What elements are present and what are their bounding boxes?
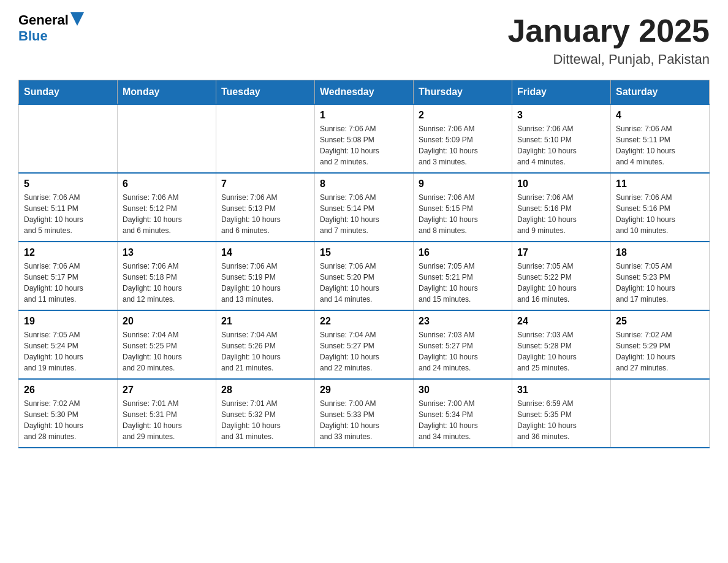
col-friday: Friday: [512, 80, 611, 105]
day-number: 1: [320, 110, 408, 121]
day-number: 28: [221, 385, 309, 396]
day-info: Sunrise: 7:01 AMSunset: 5:31 PMDaylight:…: [123, 398, 211, 442]
page-header: General Blue January 2025 Dittewal, Punj…: [18, 12, 710, 67]
logo-triangle-icon: [70, 12, 84, 26]
day-number: 8: [320, 178, 408, 190]
day-number: 21: [221, 316, 309, 327]
day-number: 7: [221, 178, 309, 190]
day-info: Sunrise: 7:00 AMSunset: 5:33 PMDaylight:…: [320, 398, 408, 442]
day-number: 20: [123, 316, 211, 327]
day-number: 14: [221, 247, 309, 258]
day-number: 15: [320, 247, 408, 258]
day-number: 12: [24, 247, 112, 258]
calendar-cell: 21Sunrise: 7:04 AMSunset: 5:26 PMDayligh…: [216, 310, 315, 379]
calendar-cell: 26Sunrise: 7:02 AMSunset: 5:30 PMDayligh…: [19, 379, 118, 448]
day-info: Sunrise: 7:06 AMSunset: 5:20 PMDaylight:…: [320, 261, 408, 305]
day-info: Sunrise: 7:06 AMSunset: 5:13 PMDaylight:…: [221, 192, 309, 236]
calendar-cell: 14Sunrise: 7:06 AMSunset: 5:19 PMDayligh…: [216, 242, 315, 310]
day-number: 11: [616, 178, 704, 190]
week-row-1: 1Sunrise: 7:06 AMSunset: 5:08 PMDaylight…: [19, 104, 710, 173]
col-wednesday: Wednesday: [315, 80, 414, 105]
calendar-cell: 15Sunrise: 7:06 AMSunset: 5:20 PMDayligh…: [315, 242, 414, 310]
calendar-cell: 11Sunrise: 7:06 AMSunset: 5:16 PMDayligh…: [611, 173, 710, 242]
calendar-cell: 17Sunrise: 7:05 AMSunset: 5:22 PMDayligh…: [512, 242, 611, 310]
day-number: 4: [616, 110, 704, 121]
calendar-cell: [611, 379, 710, 448]
calendar-table: Sunday Monday Tuesday Wednesday Thursday…: [18, 80, 710, 448]
week-row-2: 5Sunrise: 7:06 AMSunset: 5:11 PMDaylight…: [19, 173, 710, 242]
day-number: 18: [616, 247, 704, 258]
title-section: January 2025 Dittewal, Punjab, Pakistan: [507, 12, 710, 67]
day-number: 9: [419, 178, 507, 190]
calendar-cell: 9Sunrise: 7:06 AMSunset: 5:15 PMDaylight…: [414, 173, 512, 242]
calendar-cell: 29Sunrise: 7:00 AMSunset: 5:33 PMDayligh…: [315, 379, 414, 448]
col-tuesday: Tuesday: [216, 80, 315, 105]
day-number: 3: [517, 110, 605, 121]
day-number: 19: [24, 316, 112, 327]
calendar-cell: 2Sunrise: 7:06 AMSunset: 5:09 PMDaylight…: [414, 104, 512, 173]
day-info: Sunrise: 7:06 AMSunset: 5:18 PMDaylight:…: [123, 261, 211, 305]
calendar-cell: 1Sunrise: 7:06 AMSunset: 5:08 PMDaylight…: [315, 104, 414, 173]
day-info: Sunrise: 7:06 AMSunset: 5:16 PMDaylight:…: [616, 192, 704, 236]
day-info: Sunrise: 7:04 AMSunset: 5:27 PMDaylight:…: [320, 329, 408, 373]
calendar-cell: 6Sunrise: 7:06 AMSunset: 5:12 PMDaylight…: [118, 173, 216, 242]
day-number: 5: [24, 178, 112, 190]
calendar-cell: 28Sunrise: 7:01 AMSunset: 5:32 PMDayligh…: [216, 379, 315, 448]
day-info: Sunrise: 7:04 AMSunset: 5:26 PMDaylight:…: [221, 329, 309, 373]
day-number: 26: [24, 385, 112, 396]
calendar-cell: 12Sunrise: 7:06 AMSunset: 5:17 PMDayligh…: [19, 242, 118, 310]
day-number: 10: [517, 178, 605, 190]
day-number: 27: [123, 385, 211, 396]
day-info: Sunrise: 7:01 AMSunset: 5:32 PMDaylight:…: [221, 398, 309, 442]
calendar-cell: 13Sunrise: 7:06 AMSunset: 5:18 PMDayligh…: [118, 242, 216, 310]
day-info: Sunrise: 7:06 AMSunset: 5:11 PMDaylight:…: [24, 192, 112, 236]
day-number: 29: [320, 385, 408, 396]
day-number: 13: [123, 247, 211, 258]
month-title: January 2025: [507, 12, 710, 49]
logo: General Blue: [18, 12, 84, 44]
day-number: 22: [320, 316, 408, 327]
calendar-cell: 7Sunrise: 7:06 AMSunset: 5:13 PMDaylight…: [216, 173, 315, 242]
day-info: Sunrise: 7:05 AMSunset: 5:24 PMDaylight:…: [24, 329, 112, 373]
day-info: Sunrise: 7:00 AMSunset: 5:34 PMDaylight:…: [419, 398, 507, 442]
logo-blue-text: Blue: [18, 28, 48, 44]
day-number: 25: [616, 316, 704, 327]
calendar-cell: 10Sunrise: 7:06 AMSunset: 5:16 PMDayligh…: [512, 173, 611, 242]
day-info: Sunrise: 7:06 AMSunset: 5:19 PMDaylight:…: [221, 261, 309, 305]
day-info: Sunrise: 7:03 AMSunset: 5:28 PMDaylight:…: [517, 329, 605, 373]
col-monday: Monday: [118, 80, 216, 105]
col-saturday: Saturday: [611, 80, 710, 105]
calendar-cell: 23Sunrise: 7:03 AMSunset: 5:27 PMDayligh…: [414, 310, 512, 379]
day-number: 24: [517, 316, 605, 327]
day-info: Sunrise: 7:03 AMSunset: 5:27 PMDaylight:…: [419, 329, 507, 373]
day-info: Sunrise: 6:59 AMSunset: 5:35 PMDaylight:…: [517, 398, 605, 442]
day-number: 6: [123, 178, 211, 190]
calendar-cell: [216, 104, 315, 173]
calendar-cell: 8Sunrise: 7:06 AMSunset: 5:14 PMDaylight…: [315, 173, 414, 242]
svg-marker-0: [70, 12, 84, 26]
day-info: Sunrise: 7:06 AMSunset: 5:11 PMDaylight:…: [616, 123, 704, 167]
day-info: Sunrise: 7:05 AMSunset: 5:23 PMDaylight:…: [616, 261, 704, 305]
logo-general-text: General: [18, 12, 69, 28]
week-row-5: 26Sunrise: 7:02 AMSunset: 5:30 PMDayligh…: [19, 379, 710, 448]
day-info: Sunrise: 7:06 AMSunset: 5:08 PMDaylight:…: [320, 123, 408, 167]
day-info: Sunrise: 7:06 AMSunset: 5:16 PMDaylight:…: [517, 192, 605, 236]
day-info: Sunrise: 7:02 AMSunset: 5:30 PMDaylight:…: [24, 398, 112, 442]
calendar-cell: 3Sunrise: 7:06 AMSunset: 5:10 PMDaylight…: [512, 104, 611, 173]
calendar-cell: 30Sunrise: 7:00 AMSunset: 5:34 PMDayligh…: [414, 379, 512, 448]
day-info: Sunrise: 7:06 AMSunset: 5:09 PMDaylight:…: [419, 123, 507, 167]
day-info: Sunrise: 7:06 AMSunset: 5:12 PMDaylight:…: [123, 192, 211, 236]
calendar-cell: 24Sunrise: 7:03 AMSunset: 5:28 PMDayligh…: [512, 310, 611, 379]
logo-icon: General Blue: [18, 12, 84, 44]
day-number: 30: [419, 385, 507, 396]
location-text: Dittewal, Punjab, Pakistan: [507, 52, 710, 67]
day-number: 16: [419, 247, 507, 258]
calendar-header-row: Sunday Monday Tuesday Wednesday Thursday…: [19, 80, 710, 105]
calendar-cell: [118, 104, 216, 173]
calendar-cell: 22Sunrise: 7:04 AMSunset: 5:27 PMDayligh…: [315, 310, 414, 379]
day-info: Sunrise: 7:06 AMSunset: 5:17 PMDaylight:…: [24, 261, 112, 305]
calendar-cell: 27Sunrise: 7:01 AMSunset: 5:31 PMDayligh…: [118, 379, 216, 448]
calendar-cell: 18Sunrise: 7:05 AMSunset: 5:23 PMDayligh…: [611, 242, 710, 310]
calendar-cell: 5Sunrise: 7:06 AMSunset: 5:11 PMDaylight…: [19, 173, 118, 242]
calendar-cell: [19, 104, 118, 173]
